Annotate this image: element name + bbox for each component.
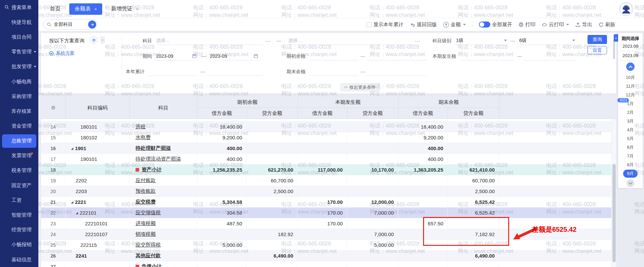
month-item[interactable]: 7月: [618, 152, 643, 161]
account-link[interactable]: 应交税费: [136, 199, 156, 205]
table-scrollbar[interactable]: [611, 119, 616, 267]
month-item[interactable]: 10月: [618, 73, 643, 82]
scrollbar-thumb[interactable]: [612, 164, 616, 262]
sidebar-item[interactable]: 库存核算: [0, 104, 38, 119]
collapse-conditions-button[interactable]: 收起更多条件: [340, 83, 380, 91]
sidebar-item[interactable]: 项目合同: [0, 30, 38, 44]
month-item[interactable]: 9月: [618, 169, 643, 178]
year-from-input[interactable]: [148, 67, 197, 76]
sidebar-item[interactable]: 小畅报销: [0, 237, 38, 252]
month-item[interactable]: 8月: [618, 161, 643, 169]
filter-scrollbar[interactable]: [613, 36, 615, 89]
query-button[interactable]: 查询: [588, 35, 607, 44]
collapse-scheme-icon[interactable]: ‹: [100, 36, 105, 44]
current-to-input[interactable]: [523, 52, 576, 60]
table-row[interactable]: 15180102水电费9,200.009,200.00: [41, 132, 611, 143]
export-button[interactable]: 导出: [575, 21, 592, 28]
tab-close-icon[interactable]: ×: [94, 6, 97, 12]
account-link[interactable]: 长期待摊费用: [136, 119, 166, 119]
month-item[interactable]: 3月: [618, 117, 643, 126]
sidebar-item[interactable]: 快捷导航: [0, 15, 38, 30]
scheme-gear-icon[interactable]: ⚙: [90, 36, 98, 44]
sidebar-item[interactable]: 总账管理: [2, 134, 36, 148]
month-item[interactable]: 5月: [618, 134, 643, 143]
subject-to-input[interactable]: 选择...: [288, 36, 412, 45]
search-go-button[interactable]: [88, 20, 96, 29]
refresh-button[interactable]: 刷新: [599, 21, 615, 28]
level-from-select[interactable]: 1级: [455, 36, 507, 45]
table-row[interactable]: 202203预收账款2,500.002,500.00: [41, 186, 611, 197]
table-row[interactable]: 16◢1901待处理财产损溢400.00400.00: [41, 143, 611, 154]
tab-close-icon[interactable]: ×: [136, 6, 139, 12]
opening-from-input[interactable]: [309, 52, 357, 60]
period-to-value[interactable]: 2023.09: [620, 53, 640, 60]
sidebar-item[interactable]: 搜索菜单: [0, 0, 38, 15]
level-to-select[interactable]: 6级: [519, 36, 576, 45]
account-link[interactable]: 销项税额: [136, 231, 156, 237]
table-row[interactable]: 25222115应交所得税5,000.005,000.00: [41, 240, 611, 251]
expand-all-toggle[interactable]: 全部展开: [479, 21, 512, 28]
account-link[interactable]: 资产小计: [142, 167, 162, 173]
table-row[interactable]: 192202应付账款60,700.0060,700.00: [41, 175, 611, 186]
subject-search-box[interactable]: 全部科目: [43, 19, 98, 30]
sidebar-item[interactable]: 基础信息: [0, 252, 38, 267]
ending-to-input[interactable]: [367, 67, 427, 76]
period-to-datepicker[interactable]: 2023-09: [209, 52, 259, 60]
tab[interactable]: 首页: [44, 3, 66, 15]
account-link[interactable]: 水电费: [136, 134, 151, 141]
table-row[interactable]: 27负债小计: [41, 261, 611, 267]
table-row[interactable]: 21◢2221应交税费5,304.58170.0012,000.006,525.…: [41, 197, 611, 208]
sidebar-item[interactable]: 资金管理: [0, 119, 38, 134]
table-row[interactable]: 17190101待处理流动资产损溢400.00400.00: [41, 154, 611, 165]
sidebar-item[interactable]: 零售管理: [0, 45, 38, 59]
period-from-value[interactable]: 2023.09: [620, 44, 640, 51]
table-row[interactable]: 2422210107销项税额182.927,000.007,182.92: [41, 229, 611, 240]
subject-to-more-button[interactable]: ...: [415, 36, 420, 45]
current-from-input[interactable]: [460, 52, 514, 60]
expand-triangle-icon[interactable]: ◢: [76, 211, 78, 215]
sidebar-item[interactable]: 工资: [0, 193, 38, 208]
toggle-icon[interactable]: [479, 21, 490, 28]
table-row[interactable]: 14180101房租18,400.0018,400.00: [41, 122, 611, 132]
amount-dropdown[interactable]: ¥ 金额: [443, 21, 466, 28]
expand-triangle-icon[interactable]: ◢: [71, 201, 73, 204]
tab[interactable]: 余额表×: [69, 3, 102, 15]
panel-collapse-icon[interactable]: «: [614, 34, 618, 42]
table-row[interactable]: 2322210101进项税额487.50170.00657.50: [41, 218, 611, 229]
show-year-total-checkbox[interactable]: 显示本年累计: [367, 21, 404, 28]
scrollbar-thumb[interactable]: [613, 40, 615, 59]
subject-from-more-button[interactable]: ...: [266, 36, 271, 45]
scroll-down-button[interactable]: [627, 179, 634, 187]
system-scheme-link[interactable]: 系统方案: [49, 50, 75, 56]
account-link[interactable]: 预收账款: [136, 188, 156, 194]
back-old-version-button[interactable]: 退回旧版: [410, 21, 437, 28]
cloud-print-dropdown[interactable]: 云打印: [542, 21, 569, 28]
print-button[interactable]: 打印: [519, 21, 535, 28]
sidebar-item[interactable]: 小畅电商: [0, 74, 38, 89]
settings-button[interactable]: 设置: [588, 46, 607, 54]
tab[interactable]: 新增凭证×: [106, 3, 144, 15]
account-link[interactable]: 进项税额: [136, 220, 156, 227]
sidebar-item[interactable]: 批发管理: [0, 59, 38, 74]
table-row[interactable]: 18资产小计1,256,235.25621,270.00117,000.0010…: [41, 165, 611, 175]
account-link[interactable]: 房租: [136, 124, 146, 130]
sidebar-item[interactable]: 采购管理: [0, 89, 38, 104]
sidebar-item[interactable]: 固定资产: [0, 178, 38, 193]
period-from-datepicker[interactable]: 2023-09: [155, 52, 197, 60]
account-link[interactable]: 应交所得税: [136, 242, 161, 248]
ending-from-input[interactable]: [309, 67, 357, 76]
year-to-input[interactable]: [206, 67, 263, 76]
month-item[interactable]: 6月: [618, 143, 643, 152]
subject-from-input[interactable]: 选择...: [155, 36, 263, 45]
opening-to-input[interactable]: [367, 52, 427, 60]
sidebar-item[interactable]: 智能管理: [0, 208, 38, 222]
sidebar-item[interactable]: 经营管理: [0, 223, 38, 237]
account-link[interactable]: 其他应付款: [136, 253, 161, 259]
checkbox-icon[interactable]: [367, 22, 372, 27]
month-item[interactable]: 2月: [618, 108, 643, 117]
account-link[interactable]: 负债小计: [142, 263, 162, 267]
account-link[interactable]: 应付账款: [136, 177, 156, 184]
table-settings-gear-icon[interactable]: ⚙: [41, 96, 66, 119]
month-item[interactable]: 4月: [618, 126, 643, 134]
account-link[interactable]: 待处理流动资产损溢: [136, 156, 181, 162]
